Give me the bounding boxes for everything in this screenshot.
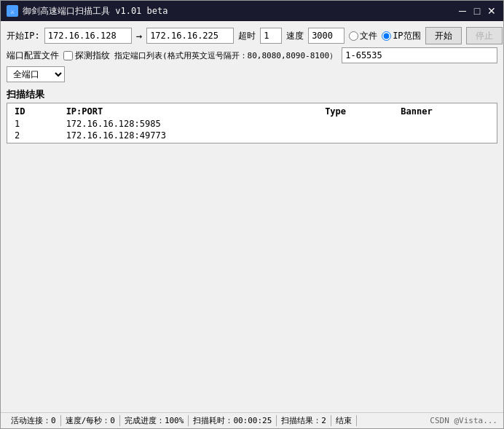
port-list-label: 指定端口列表(格式用英文逗号隔开：80,8080,8090-8100） — [114, 50, 337, 61]
minimize-button[interactable]: ─ — [457, 5, 468, 17]
col-ip-port: IP:PORT — [60, 105, 320, 118]
ip-row: 开始IP: → 超时 速度 文件 IP范围 开始 停止 — [7, 27, 497, 44]
radio-ip-label: IP范围 — [393, 30, 420, 42]
speed-status-label: 速度/每秒： — [66, 416, 111, 425]
cell-type — [319, 130, 395, 141]
radio-ip[interactable] — [382, 31, 391, 41]
radio-file-item: 文件 — [349, 30, 377, 42]
scan-table-body: 1 172.16.16.128:5985 2 172.16.16.128:497… — [9, 118, 495, 141]
scan-time-value: 00:00:25 — [233, 416, 272, 425]
title-bar: ⚔ 御剑高速端口扫描工具 v1.01 beta ─ □ ✕ — [1, 1, 503, 21]
col-type: Type — [319, 105, 395, 118]
speed-status-value: 0 — [110, 416, 115, 425]
scan-result-status: 扫描结果：2 — [277, 415, 331, 426]
scan-table-container[interactable]: ID IP:PORT Type Banner 1 172.16.16.128:5… — [7, 103, 497, 143]
active-conn-status: 活动连接：0 — [7, 415, 61, 426]
watermark: CSDN @Vista... — [430, 416, 497, 425]
table-row: 2 172.16.16.128:49773 — [9, 130, 495, 141]
scan-table: ID IP:PORT Type Banner 1 172.16.16.128:5… — [9, 105, 495, 141]
radio-file-label: 文件 — [360, 30, 377, 42]
speed-label: 速度 — [286, 30, 304, 42]
main-window: ⚔ 御剑高速端口扫描工具 v1.01 beta ─ □ ✕ 开始IP: → 超时… — [0, 0, 504, 429]
port-select[interactable]: 全端口 常用端口 WEB端口 — [7, 66, 65, 82]
progress-status: 完成进度：100% — [120, 415, 189, 426]
status-bar: 活动连接：0 速度/每秒：0 完成进度：100% 扫描耗时：00:00:25 扫… — [1, 412, 503, 428]
scan-table-header-row: ID IP:PORT Type Banner — [9, 105, 495, 118]
title-bar-left: ⚔ 御剑高速端口扫描工具 v1.01 beta — [7, 5, 168, 17]
window-title: 御剑高速端口扫描工具 v1.01 beta — [23, 5, 168, 17]
config-row: 端口配置文件 探测指纹 指定端口列表(格式用英文逗号隔开：80,8080,809… — [7, 47, 497, 63]
cell-id: 2 — [9, 130, 60, 141]
scan-results-section: 扫描结果 ID IP:PORT Type Banner 1 172.16.16.… — [7, 85, 497, 143]
arrow-icon: → — [136, 30, 142, 42]
start-ip-input[interactable] — [44, 28, 132, 44]
detect-checkbox[interactable] — [63, 51, 73, 60]
scan-time-label: 扫描耗时： — [193, 416, 233, 425]
app-icon: ⚔ — [7, 5, 18, 17]
maximize-button[interactable]: □ — [471, 5, 483, 17]
config-file-label: 端口配置文件 — [7, 50, 59, 62]
scan-result-label: 扫描结果： — [281, 416, 321, 425]
progress-label: 完成进度： — [125, 416, 165, 425]
speed-input[interactable] — [308, 28, 344, 44]
col-id: ID — [9, 105, 60, 118]
start-ip-label: 开始IP: — [7, 30, 40, 42]
cell-type — [319, 118, 395, 130]
timeout-input[interactable] — [260, 28, 282, 44]
title-controls: ─ □ ✕ — [457, 5, 497, 17]
table-row: 1 172.16.16.128:5985 — [9, 118, 495, 130]
close-button[interactable]: ✕ — [486, 5, 497, 17]
cell-banner — [395, 118, 495, 130]
port-input[interactable] — [342, 47, 497, 63]
status-end: 结束 — [331, 415, 357, 426]
end-ip-input[interactable] — [146, 28, 234, 44]
active-conn-value: 0 — [51, 416, 56, 425]
cell-id: 1 — [9, 118, 60, 130]
cell-ip-port: 172.16.16.128:49773 — [60, 130, 320, 141]
progress-value: 100% — [165, 416, 184, 425]
active-conn-label: 活动连接： — [11, 416, 51, 425]
cell-banner — [395, 130, 495, 141]
start-button[interactable]: 开始 — [425, 27, 462, 44]
detect-checkbox-item: 探测指纹 — [63, 50, 110, 62]
radio-ip-item: IP范围 — [382, 30, 420, 42]
scan-results-title: 扫描结果 — [7, 88, 497, 101]
cell-ip-port: 172.16.16.128:5985 — [60, 118, 320, 130]
stop-button[interactable]: 停止 — [466, 27, 503, 44]
select-row: 全端口 常用端口 WEB端口 — [7, 66, 497, 82]
scan-time-status: 扫描耗时：00:00:25 — [189, 415, 277, 426]
scan-table-header: ID IP:PORT Type Banner — [9, 105, 495, 118]
timeout-label: 超时 — [238, 30, 256, 42]
speed-status: 速度/每秒：0 — [61, 415, 120, 426]
app-icon-glyph: ⚔ — [10, 7, 15, 15]
detect-label: 探测指纹 — [75, 50, 110, 62]
radio-file[interactable] — [349, 31, 358, 41]
col-banner: Banner — [395, 105, 495, 118]
main-content: 开始IP: → 超时 速度 文件 IP范围 开始 停止 — [1, 21, 503, 412]
scan-result-value: 2 — [321, 416, 326, 425]
radio-group: 文件 IP范围 — [349, 30, 420, 42]
